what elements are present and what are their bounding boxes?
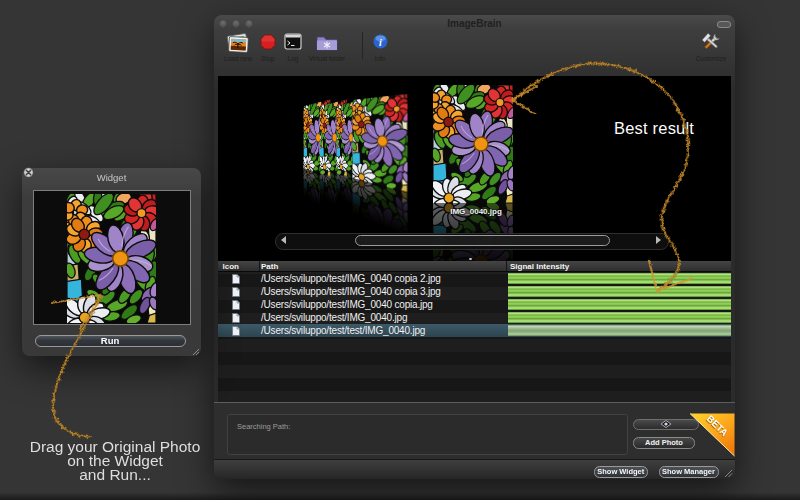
svg-text:i: i — [379, 37, 382, 48]
